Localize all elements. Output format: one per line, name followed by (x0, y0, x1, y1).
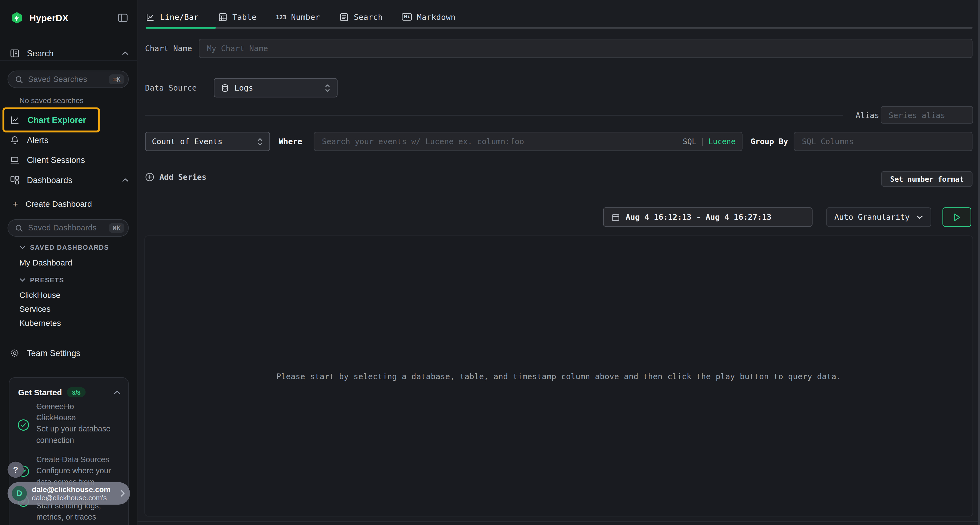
sidebar-item-team-settings[interactable]: Team Settings (0, 345, 137, 361)
select-chevrons-icon (257, 137, 263, 146)
gear-icon (10, 348, 19, 357)
progress-badge: 3/3 (67, 387, 86, 397)
sql-toggle[interactable]: SQL (683, 137, 696, 146)
help-button[interactable]: ? (8, 462, 24, 478)
series-divider (145, 115, 843, 115)
chart-name-input[interactable] (199, 39, 972, 58)
group-by-input[interactable] (794, 132, 973, 151)
granularity-select[interactable]: Auto Granularity (826, 207, 931, 227)
chevron-up-icon[interactable] (122, 51, 129, 55)
logo-row: HyperDX (10, 10, 128, 26)
where-input[interactable] (314, 132, 742, 151)
check-circle-icon (18, 419, 29, 431)
chart-name-row: Chart Name (145, 39, 973, 58)
search-icon (15, 75, 23, 84)
granularity-value: Auto Granularity (834, 213, 910, 222)
sidebar-item-chart-explorer: Chart Explorer (27, 115, 86, 125)
set-number-format-button[interactable]: Set number format (881, 171, 973, 187)
where-label: Where (279, 137, 306, 146)
query-toolbar: Aug 4 16:12:13 - Aug 4 16:27:13 Auto Gra… (145, 207, 971, 227)
tab-table[interactable]: Table (218, 8, 276, 26)
hyperdx-app: HyperDX Search Saved Searches ⌘K (0, 0, 980, 525)
group-header-label: PRESETS (30, 276, 64, 284)
get-started-title: Get Started (18, 388, 62, 397)
sidebar: HyperDX Search Saved Searches ⌘K (0, 0, 137, 525)
sidebar-item-label: Client Sessions (27, 155, 85, 165)
empty-state-message: Please start by selecting a database, ta… (276, 371, 841, 381)
sidebar-item-label: Alerts (27, 135, 48, 144)
task-desc: metrics, or traces (36, 511, 125, 523)
tab-markdown[interactable]: M↓ Markdown (402, 8, 475, 26)
preset-item-services[interactable]: Services (19, 304, 50, 313)
user-team: dale@clickhouse.com's (32, 494, 118, 502)
group-by-label: Group By (751, 137, 788, 146)
task-title: Create Data Sources (36, 454, 125, 465)
chevron-up-icon[interactable] (114, 390, 121, 395)
tab-line-bar[interactable]: Line/Bar (146, 8, 218, 26)
sidebar-item-dashboards[interactable]: Dashboards (0, 172, 137, 188)
tab-number[interactable]: 123 Number (276, 8, 339, 26)
task-desc: connection (36, 435, 125, 446)
calendar-icon (611, 213, 620, 221)
tab-search[interactable]: Search (339, 8, 402, 26)
set-number-format-label: Set number format (890, 174, 964, 183)
avatar: D (12, 486, 27, 501)
task-title: ClickHouse (36, 412, 125, 423)
user-info: dale@clickhouse.com dale@clickhouse.com'… (32, 485, 118, 502)
tab-underline-track (146, 27, 973, 29)
chart-explorer-highlight-box[interactable]: Chart Explorer (2, 108, 100, 132)
sidebar-item-search[interactable]: Search (0, 45, 137, 61)
saved-dashboards-group-header[interactable]: SAVED DASHBOARDS (19, 243, 109, 251)
add-series-button[interactable]: Add Series (145, 173, 207, 182)
data-source-select[interactable]: Logs (214, 78, 337, 97)
chevron-right-icon (120, 490, 125, 497)
task-desc: Set up your database (36, 423, 125, 435)
vertical-scrollbar[interactable] (978, 0, 980, 525)
dashboard-item-my-dashboard[interactable]: My Dashboard (19, 258, 72, 267)
query-language-toggle: SQL | Lucene (683, 132, 735, 151)
hyperdx-logo-icon (10, 11, 24, 25)
plus-icon: + (13, 198, 18, 209)
lucene-toggle[interactable]: Lucene (708, 137, 735, 146)
select-chevrons-icon (325, 84, 331, 92)
user-email: dale@clickhouse.com (32, 485, 118, 494)
create-dashboard-button[interactable]: + Create Dashboard (0, 195, 137, 212)
laptop-icon (10, 155, 19, 165)
aggregation-select[interactable]: Count of Events (145, 132, 270, 151)
collapse-sidebar-icon[interactable] (118, 13, 128, 23)
chart-name-label: Chart Name (145, 44, 199, 53)
chevron-down-icon (916, 215, 923, 219)
document-list-icon (339, 12, 349, 22)
time-range-picker[interactable]: Aug 4 16:12:13 - Aug 4 16:27:13 (603, 207, 813, 227)
sidebar-item-alerts[interactable]: Alerts (0, 132, 137, 148)
sidebar-item-client-sessions[interactable]: Client Sessions (0, 152, 137, 168)
group-header-label: SAVED DASHBOARDS (30, 243, 109, 251)
chevron-down-icon (19, 245, 25, 249)
line-chart-icon (10, 115, 20, 125)
number-123-icon: 123 (276, 13, 286, 20)
tab-label: Markdown (417, 12, 456, 22)
bell-icon (10, 135, 19, 144)
add-series-label: Add Series (159, 173, 206, 182)
line-chart-icon (146, 12, 155, 22)
chevron-up-icon[interactable] (122, 178, 129, 182)
bottom-section-divider (137, 522, 980, 522)
sidebar-item-label: Team Settings (27, 348, 80, 357)
saved-dashboards-input[interactable]: Saved Dashboards ⌘K (8, 219, 129, 237)
alias-input[interactable] (881, 106, 973, 124)
alias-label: Alias (856, 111, 879, 120)
tab-label: Number (291, 12, 320, 22)
sidebar-item-label: Dashboards (27, 175, 72, 184)
run-query-button[interactable] (942, 207, 971, 227)
preset-item-kubernetes[interactable]: Kubernetes (19, 319, 61, 328)
user-menu[interactable]: D dale@clickhouse.com dale@clickhouse.co… (8, 482, 130, 504)
dashboards-icon (10, 175, 19, 184)
preset-item-clickhouse[interactable]: ClickHouse (19, 290, 60, 300)
time-range-value: Aug 4 16:12:13 - Aug 4 16:27:13 (625, 213, 772, 222)
saved-searches-input[interactable]: Saved Searches ⌘K (8, 70, 129, 88)
presets-group-header[interactable]: PRESETS (19, 276, 64, 284)
get-started-header[interactable]: Get Started 3/3 (18, 386, 121, 398)
tab-label: Search (354, 12, 383, 22)
task-desc: Configure where your (36, 465, 125, 476)
task-connect-clickhouse[interactable]: Connect to ClickHouse Set up your databa… (36, 401, 125, 446)
